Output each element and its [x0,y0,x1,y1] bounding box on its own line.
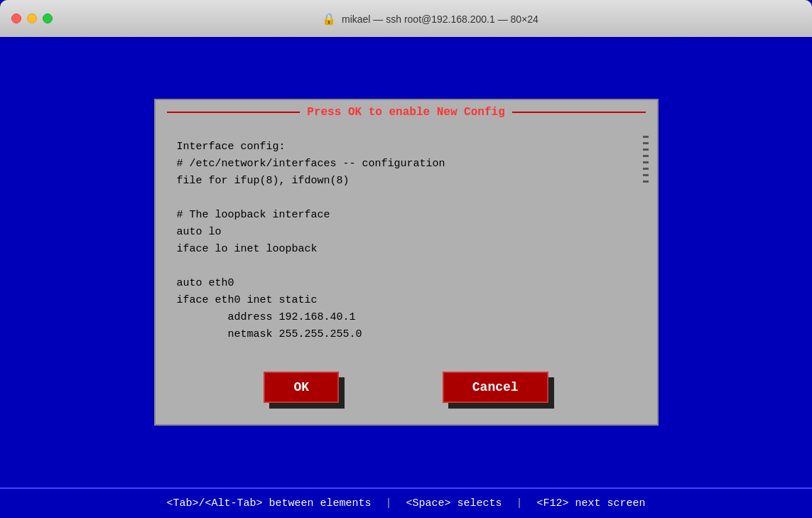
scroll-tick [643,142,649,144]
config-text: Interface config: # /etc/network/interfa… [177,139,636,343]
status-bar: <Tab>/<Alt-Tab> between elements | <Spac… [0,487,812,518]
titlebar: 🔒 mikael — ssh root@192.168.200.1 — 80×2… [0,0,812,37]
minimize-button[interactable] [27,14,37,23]
ok-button-wrapper: OK [264,372,339,403]
ok-button[interactable]: OK [264,372,339,403]
cancel-button-wrapper: Cancel [443,372,548,403]
maximize-button[interactable] [43,14,53,23]
cancel-button[interactable]: Cancel [443,372,548,403]
lock-icon: 🔒 [322,13,336,25]
status-hint-1: <Tab>/<Alt-Tab> between elements [166,497,371,509]
close-button[interactable] [11,14,21,23]
scroll-tick [643,168,649,170]
status-sep-1: | [385,497,391,509]
status-sep-2: | [516,497,523,509]
status-hint-3: <F12> next screen [537,497,646,509]
terminal-body: Press OK to enable New Config Interface … [0,37,812,487]
scroll-tick [643,149,649,151]
status-hint-2: <Space> selects [406,497,502,509]
scroll-tick [643,174,649,176]
traffic-lights [11,14,53,23]
scroll-tick [643,136,649,138]
dialog-box: Press OK to enable New Config Interface … [154,99,659,426]
dialog-content: Interface config: # /etc/network/interfa… [156,124,657,365]
scroll-tick [643,180,649,183]
dialog-title: Press OK to enable New Config [300,106,511,119]
window-title: 🔒 mikael — ssh root@192.168.200.1 — 80×2… [60,12,801,26]
scrollbar[interactable] [640,136,651,353]
dialog-titlebar: Press OK to enable New Config [156,100,657,124]
dialog-buttons: OK Cancel [156,365,657,424]
scroll-tick [643,161,649,163]
scroll-tick [643,155,649,157]
